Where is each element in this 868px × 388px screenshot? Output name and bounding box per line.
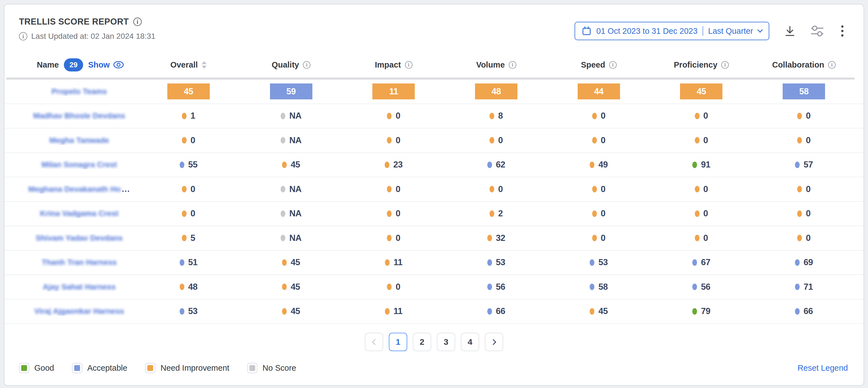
score-dot xyxy=(797,137,802,144)
legend-item-acceptable[interactable]: Acceptable xyxy=(72,363,127,373)
score-badge: 59 xyxy=(270,84,312,99)
legend-item-need_improvement[interactable]: Need Improvement xyxy=(145,363,229,373)
date-separator xyxy=(703,26,703,36)
row-name-link[interactable]: Propelo Teams xyxy=(6,87,137,96)
score-dot xyxy=(182,113,187,119)
score-dot xyxy=(281,210,285,217)
score-cell-impact: 0 xyxy=(342,233,445,243)
score-value: 45 xyxy=(598,306,608,316)
legend-item-no_score[interactable]: No Score xyxy=(247,363,296,373)
score-badge: 48 xyxy=(475,84,518,99)
column-header-speed: Speedi xyxy=(548,60,650,69)
column-header-volume: Volumei xyxy=(445,60,548,69)
kebab-dot xyxy=(841,30,843,32)
download-button[interactable] xyxy=(784,25,796,37)
score-dot xyxy=(695,235,700,241)
score-dot xyxy=(797,113,802,119)
pagination-page-3[interactable]: 3 xyxy=(437,333,455,351)
settings-sliders-button[interactable] xyxy=(810,25,824,37)
pagination-page-2[interactable]: 2 xyxy=(413,333,431,351)
score-cell-impact: 0 xyxy=(342,184,445,194)
score-dot xyxy=(282,259,287,266)
column-info-icon[interactable]: i xyxy=(721,61,729,69)
score-dot xyxy=(387,113,392,119)
pagination-page-1[interactable]: 1 xyxy=(389,333,407,351)
row-name-link[interactable]: Meghana Devakanath Ho... xyxy=(6,185,137,194)
score-cell-collaboration: 71 xyxy=(752,282,855,292)
table-row: Viraj Ajgaonkar Harness53451166457966 xyxy=(4,300,864,324)
score-value: 45 xyxy=(291,306,300,316)
score-badge: 11 xyxy=(372,84,415,99)
row-name-link[interactable]: Ajay Sahat Harness xyxy=(6,282,137,291)
score-cell-speed: 0 xyxy=(548,111,650,121)
column-header-label: Impact xyxy=(375,60,401,69)
score-value: 66 xyxy=(804,306,813,316)
row-name-link[interactable]: Megha Tanwade xyxy=(6,136,137,145)
score-value: 1 xyxy=(190,111,195,121)
column-info-icon[interactable]: i xyxy=(609,61,617,69)
title-info-icon[interactable]: i xyxy=(133,18,142,26)
row-name-link[interactable]: Milan Sonagra Crest xyxy=(6,160,137,169)
trellis-report-card: TRELLIS SCORE REPORT i i Last Updated at… xyxy=(4,4,864,386)
score-cell-quality: NA xyxy=(240,233,342,243)
score-value: 0 xyxy=(396,282,400,292)
score-cell-volume: 53 xyxy=(445,257,548,267)
score-dot xyxy=(590,259,594,266)
sort-up-arrow xyxy=(202,61,207,64)
score-value: 53 xyxy=(598,257,608,267)
pagination: 1234 xyxy=(4,333,864,351)
score-cell-volume: 2 xyxy=(445,209,548,218)
score-cell-impact: 11 xyxy=(342,84,445,99)
column-info-icon[interactable]: i xyxy=(509,61,516,69)
score-dot xyxy=(692,161,697,168)
column-header-collaboration: Collaborationi xyxy=(752,60,855,69)
calendar-icon xyxy=(582,26,591,36)
score-dot xyxy=(180,259,184,266)
row-name-link[interactable]: Shivam Yadav Devdans xyxy=(6,234,137,243)
kebab-dot xyxy=(841,34,843,36)
score-cell-proficiency: 91 xyxy=(650,160,753,170)
row-name-link[interactable]: Viraj Ajgaonkar Harness xyxy=(6,307,137,316)
legend-swatch-color xyxy=(147,365,153,371)
score-value: 0 xyxy=(396,209,400,218)
show-names-link[interactable]: Show xyxy=(88,60,124,69)
name-count-badge: 29 xyxy=(64,58,83,71)
row-name-link[interactable]: Madhav Bhosle Devdans xyxy=(6,111,137,120)
score-dot xyxy=(490,210,494,217)
legend-swatch xyxy=(247,363,257,373)
score-dot xyxy=(387,283,392,290)
column-info-icon[interactable]: i xyxy=(405,61,412,69)
score-value: 49 xyxy=(598,160,608,170)
pagination-page-4[interactable]: 4 xyxy=(461,333,479,351)
column-info-icon[interactable]: i xyxy=(303,61,310,69)
score-dot xyxy=(592,137,597,144)
score-dot xyxy=(795,308,800,315)
score-value: 0 xyxy=(498,136,503,145)
kebab-menu-button[interactable] xyxy=(838,24,846,38)
score-dot xyxy=(797,186,802,192)
pagination-next-button[interactable] xyxy=(485,333,503,351)
score-cell-proficiency: 56 xyxy=(650,282,753,292)
score-value: 58 xyxy=(598,282,608,292)
score-value: 69 xyxy=(804,257,813,267)
last-updated-info-icon: i xyxy=(19,32,27,40)
column-header-label: Overall xyxy=(170,60,198,69)
score-cell-overall: 51 xyxy=(137,257,240,267)
score-cell-volume: 8 xyxy=(445,111,548,121)
column-header-impact: Impacti xyxy=(342,60,445,69)
reset-legend-link[interactable]: Reset Legend xyxy=(798,363,848,372)
date-range-button[interactable]: 01 Oct 2023 to 31 Dec 2023 Last Quarter xyxy=(575,22,769,40)
score-value: 0 xyxy=(601,136,606,145)
column-info-icon[interactable]: i xyxy=(828,61,836,69)
score-value: 48 xyxy=(188,282,197,292)
table-header-row: Name 29 Show OverallQualityiImpactiVolum… xyxy=(4,52,864,78)
legend-label: Acceptable xyxy=(87,363,127,372)
score-value: 53 xyxy=(496,257,505,267)
row-name-link[interactable]: Thanh Tran Harness xyxy=(6,258,137,267)
score-cell-quality: 59 xyxy=(240,84,342,99)
score-value: 0 xyxy=(498,184,503,194)
legend-item-good[interactable]: Good xyxy=(19,363,54,373)
sort-icon[interactable] xyxy=(202,61,207,69)
row-name-link[interactable]: Krina Vadgama Crest xyxy=(6,209,137,218)
score-dot xyxy=(281,186,285,192)
